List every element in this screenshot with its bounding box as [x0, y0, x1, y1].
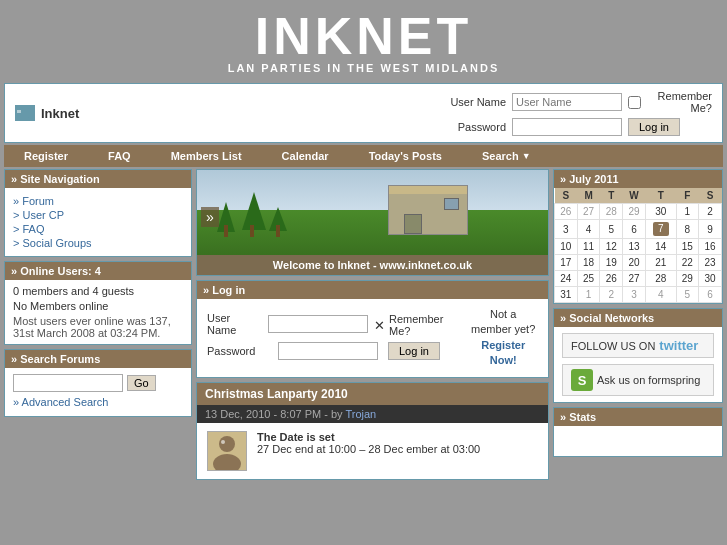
login-form-area: User Name ✕ Remember Me? Password Log in — [207, 307, 538, 369]
cal-day[interactable]: 28 — [645, 271, 676, 287]
banner-caption: Welcome to Inknet - www.inknet.co.uk — [197, 255, 548, 275]
cal-day[interactable]: 28 — [600, 204, 623, 220]
cal-day[interactable]: 5 — [600, 220, 623, 239]
search-forums-title: » Search Forums — [5, 350, 191, 368]
top-login-button[interactable]: Log in — [628, 118, 680, 136]
top-username-input[interactable] — [512, 93, 622, 111]
cal-day[interactable]: 25 — [577, 271, 600, 287]
cal-day[interactable]: 27 — [623, 271, 646, 287]
cal-day[interactable]: 1 — [577, 287, 600, 303]
cal-day[interactable]: 26 — [600, 271, 623, 287]
login-username-input[interactable] — [268, 315, 368, 333]
cal-header-t1: T — [600, 188, 623, 204]
nav-calendar[interactable]: Calendar — [262, 145, 349, 167]
svg-rect-1 — [17, 110, 21, 113]
post-author-link[interactable]: Trojan — [345, 408, 376, 420]
top-remember-label: Remember Me? — [647, 90, 712, 114]
logo-icon — [15, 105, 35, 121]
cal-day[interactable]: 24 — [555, 271, 578, 287]
cal-day[interactable]: 2 — [600, 287, 623, 303]
cal-day[interactable]: 14 — [645, 239, 676, 255]
cal-day[interactable]: 29 — [676, 271, 699, 287]
username-form-row: User Name ✕ Remember Me? — [207, 310, 453, 337]
cal-day[interactable]: 4 — [577, 220, 600, 239]
cal-day[interactable]: 6 — [623, 220, 646, 239]
login-remember-label: Remember Me? — [389, 313, 453, 337]
cal-day[interactable]: 17 — [555, 255, 578, 271]
cal-day[interactable]: 4 — [645, 287, 676, 303]
cal-day[interactable]: 8 — [676, 220, 699, 239]
cal-day[interactable]: 21 — [645, 255, 676, 271]
tree-1 — [217, 202, 235, 237]
cal-day[interactable]: 10 — [555, 239, 578, 255]
main-layout: » Site Navigation » Forum > User CP > FA… — [4, 169, 723, 480]
cal-day[interactable]: 18 — [577, 255, 600, 271]
advanced-search-link[interactable]: » Advanced Search — [13, 396, 183, 408]
nav-search[interactable]: Search ▼ — [462, 145, 551, 167]
social-content: FOLLOW US ON twitter S Ask us on formspr… — [554, 327, 722, 402]
cal-day[interactable]: 29 — [623, 204, 646, 220]
cal-day[interactable]: 20 — [623, 255, 646, 271]
cal-day[interactable]: 23 — [699, 255, 722, 271]
online-members: No Members online — [13, 300, 183, 312]
cal-day[interactable]: 5 — [676, 287, 699, 303]
calendar-body: 2627282930123456789101112131415161718192… — [555, 204, 722, 303]
cal-day[interactable]: 9 — [699, 220, 722, 239]
cal-day[interactable]: 30 — [645, 204, 676, 220]
search-go-button[interactable]: Go — [127, 375, 156, 391]
nav-faq[interactable]: FAQ — [88, 145, 151, 167]
online-content: 0 members and 4 guests No Members online… — [5, 280, 191, 344]
cal-day[interactable]: 1 — [676, 204, 699, 220]
cal-day[interactable]: 30 — [699, 271, 722, 287]
nav-forum-link[interactable]: » Forum — [13, 195, 183, 207]
nav-usercp-link[interactable]: > User CP — [13, 209, 183, 221]
cal-header-w: W — [623, 188, 646, 204]
nav-members-list[interactable]: Members List — [151, 145, 262, 167]
login-username-label: User Name — [207, 312, 262, 336]
social-title: » Social Networks — [554, 309, 722, 327]
twitter-button[interactable]: FOLLOW US ON twitter — [562, 333, 714, 358]
cal-day[interactable]: 26 — [555, 204, 578, 220]
cal-day[interactable]: 6 — [699, 287, 722, 303]
login-row1: User Name Remember Me? — [441, 90, 712, 114]
nav-faq-link[interactable]: > FAQ — [13, 223, 183, 235]
login-password-input[interactable] — [278, 342, 378, 360]
register-now-link[interactable]: Register Now! — [481, 339, 525, 366]
cal-day[interactable]: 3 — [555, 220, 578, 239]
search-dropdown-icon: ▼ — [522, 151, 531, 161]
cal-day[interactable]: 27 — [577, 204, 600, 220]
post-box: Christmas Lanparty 2010 13 Dec, 2010 - 8… — [196, 382, 549, 480]
cal-day[interactable]: 16 — [699, 239, 722, 255]
login-box-body: User Name ✕ Remember Me? Password Log in — [197, 299, 548, 377]
calendar-table: S M T W T F S 26272829301234567891011121… — [554, 188, 722, 303]
online-count: 0 members and 4 guests — [13, 285, 183, 297]
cal-day[interactable]: 12 — [600, 239, 623, 255]
top-remember-checkbox[interactable] — [628, 96, 641, 109]
center-content: » Welcome to Inknet - www.inknet.co.uk »… — [196, 169, 549, 480]
cal-day[interactable]: 19 — [600, 255, 623, 271]
tree-3 — [269, 207, 287, 237]
cal-day[interactable]: 2 — [699, 204, 722, 220]
site-nav-title: » Site Navigation — [5, 170, 191, 188]
search-input[interactable] — [13, 374, 123, 392]
nav-social-link[interactable]: > Social Groups — [13, 237, 183, 249]
cal-day[interactable]: 3 — [623, 287, 646, 303]
banner-nav-arrow[interactable]: » — [201, 207, 219, 227]
top-password-input[interactable] — [512, 118, 622, 136]
login-form-button[interactable]: Log in — [388, 342, 440, 360]
nav-register[interactable]: Register — [4, 145, 88, 167]
nav-todays-posts[interactable]: Today's Posts — [349, 145, 462, 167]
cal-header-t2: T — [645, 188, 676, 204]
formspring-button[interactable]: S Ask us on formspring — [562, 364, 714, 396]
not-member-text: Not a member yet? Register Now! — [468, 307, 538, 369]
cal-day[interactable]: 13 — [623, 239, 646, 255]
cal-day[interactable]: 11 — [577, 239, 600, 255]
cal-day[interactable]: 15 — [676, 239, 699, 255]
svg-point-3 — [219, 436, 235, 452]
nav-bar: Register FAQ Members List Calendar Today… — [4, 145, 723, 167]
cal-day[interactable]: 31 — [555, 287, 578, 303]
banner-area: » Welcome to Inknet - www.inknet.co.uk — [196, 169, 549, 276]
cal-day[interactable]: 22 — [676, 255, 699, 271]
site-nav-box: » Site Navigation » Forum > User CP > FA… — [4, 169, 192, 257]
cal-day[interactable]: 7 — [645, 220, 676, 239]
